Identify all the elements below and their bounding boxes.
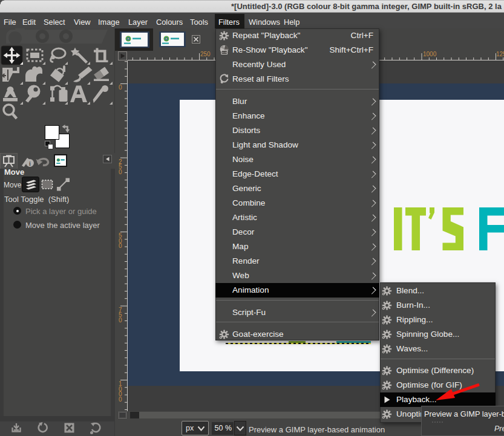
svg-text:i: i [29,160,31,167]
